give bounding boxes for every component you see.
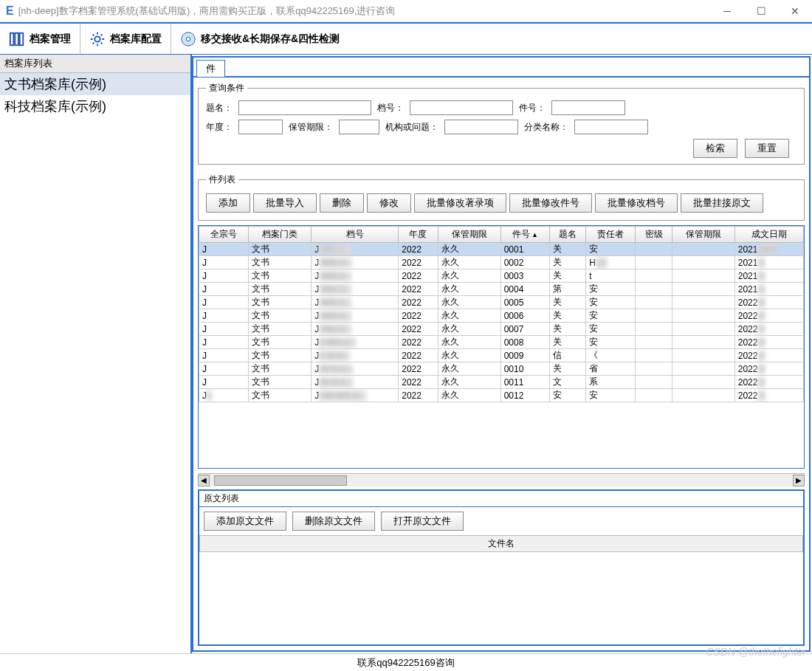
toolbar-archive-manage[interactable]: 档案管理 bbox=[0, 24, 80, 54]
table-cell bbox=[672, 362, 734, 376]
table-cell: J bbox=[199, 362, 249, 376]
input-year[interactable] bbox=[238, 120, 283, 134]
input-retention[interactable] bbox=[339, 120, 379, 134]
table-row[interactable]: J文书J19 S-2...2022永久0011文系2022 2 bbox=[199, 376, 804, 389]
sidebar-item[interactable]: 科技档案库(示例) bbox=[0, 95, 190, 117]
table-cell: J bbox=[199, 243, 249, 256]
table-cell: J bbox=[199, 336, 249, 349]
table-cell: J WS-2... bbox=[312, 256, 399, 269]
tab-item[interactable]: 件 bbox=[196, 60, 225, 77]
minimize-button[interactable]: ─ bbox=[710, 0, 744, 22]
table-cell bbox=[636, 376, 672, 389]
table-cell: 文书 bbox=[249, 336, 312, 349]
list-legend: 件列表 bbox=[206, 173, 238, 186]
input-docno[interactable] bbox=[410, 100, 513, 115]
batch-author-button[interactable]: 批量修改著录项 bbox=[414, 193, 506, 213]
table-cell: 永久 bbox=[438, 256, 500, 269]
add-original-button[interactable]: 添加原文文件 bbox=[204, 512, 286, 531]
toolbar-repo-config[interactable]: 档案库配置 bbox=[80, 24, 171, 54]
table-cell: 关 bbox=[549, 256, 585, 269]
table-cell: 2022 0 bbox=[734, 349, 803, 362]
delete-original-button[interactable]: 删除原文文件 bbox=[292, 512, 375, 531]
filename-column[interactable]: 文件名 bbox=[200, 536, 803, 552]
table-row[interactable]: J文书J1 WS-2...2022永久0008关安2022 0 bbox=[199, 336, 804, 349]
table-row[interactable]: J文书J1 /S-2...2022永久0009信《 2022 0 bbox=[199, 349, 804, 362]
list-fieldset: 件列表 添加 批量导入 删除 修改 批量修改著录项 批量修改件号 批量修改档号 … bbox=[198, 173, 805, 221]
edit-button[interactable]: 修改 bbox=[367, 193, 411, 213]
table-cell: 0008 bbox=[500, 336, 549, 349]
close-button[interactable]: ✕ bbox=[778, 0, 812, 22]
column-header[interactable]: 件号 ▲ bbox=[500, 227, 549, 243]
table-cell: 0006 bbox=[500, 309, 549, 323]
table-cell: 文书 bbox=[249, 269, 312, 283]
add-button[interactable]: 添加 bbox=[206, 193, 250, 213]
table-cell: J19 S-2... bbox=[312, 376, 399, 389]
table-row[interactable]: J文书J WS-2...2022永久0005关安2022 5 bbox=[199, 296, 804, 309]
sort-asc-icon: ▲ bbox=[530, 231, 538, 238]
sidebar: 档案库列表 文书档案库(示例)科技档案库(示例) bbox=[0, 55, 192, 653]
table-cell: J bbox=[199, 283, 249, 296]
column-header[interactable]: 成文日期 bbox=[734, 227, 803, 243]
table-cell bbox=[636, 296, 672, 309]
column-header[interactable]: 保管期限 bbox=[438, 227, 500, 243]
table-cell: J WS-2... bbox=[312, 283, 399, 296]
column-header[interactable]: 密级 bbox=[636, 227, 672, 243]
statusbar: 联系qq942225169咨询 bbox=[0, 653, 812, 671]
table-row[interactable]: J文书J WS-2...2022永久0003关t2021 1 bbox=[199, 269, 804, 283]
gear-icon bbox=[89, 31, 106, 47]
table-cell: 安 bbox=[549, 389, 585, 402]
column-header[interactable]: 责任者 bbox=[586, 227, 636, 243]
label-category: 分类名称： bbox=[524, 121, 568, 134]
table-cell bbox=[636, 389, 672, 402]
input-org[interactable] bbox=[444, 120, 518, 134]
column-header[interactable]: 题名 bbox=[549, 227, 585, 243]
table-row[interactable]: J文书J WS-2...2022永久0002关H ( )2021 1 bbox=[199, 256, 804, 269]
table-row[interactable]: J文书J19 S-2...2022永久0010关省2022 0 bbox=[199, 362, 804, 376]
scroll-thumb[interactable] bbox=[214, 475, 347, 486]
table-cell: J195-WS-2... bbox=[312, 389, 399, 402]
table-cell: J WS-2... bbox=[312, 243, 399, 256]
sidebar-item[interactable]: 文书档案库(示例) bbox=[0, 73, 190, 95]
open-original-button[interactable]: 打开原文文件 bbox=[381, 512, 464, 531]
table-row[interactable]: J文书J WS-2...2022永久0007关安2022 7 bbox=[199, 323, 804, 336]
reset-button[interactable]: 重置 bbox=[745, 139, 789, 158]
table-cell: 永久 bbox=[438, 376, 500, 389]
import-button[interactable]: 批量导入 bbox=[253, 193, 317, 213]
column-header[interactable]: 保管期限 bbox=[672, 227, 734, 243]
column-header[interactable]: 档号 bbox=[312, 227, 399, 243]
table-cell: 文书 bbox=[249, 349, 312, 362]
column-header[interactable]: 档案门类 bbox=[249, 227, 312, 243]
input-itemno[interactable] bbox=[551, 100, 625, 115]
table-cell bbox=[672, 309, 734, 323]
table-row[interactable]: J文书J WS-2...2022永久0001关安20211001 bbox=[199, 243, 804, 256]
app-icon: E bbox=[6, 4, 14, 18]
toolbar-transfer-archive[interactable]: 移交接收&长期保存&四性检测 bbox=[171, 24, 348, 54]
batch-item-button[interactable]: 批量修改件号 bbox=[509, 193, 592, 213]
table-cell: 永久 bbox=[438, 362, 500, 376]
data-table-container[interactable]: 全宗号档案门类档号年度保管期限件号 ▲题名责任者密级保管期限成文日期 J文书J … bbox=[198, 225, 805, 469]
batch-attach-button[interactable]: 批量挂接原文 bbox=[681, 193, 763, 213]
originals-table[interactable]: 文件名 bbox=[199, 535, 803, 552]
scroll-left-icon[interactable]: ◀ bbox=[198, 475, 210, 486]
table-cell: 20211001 bbox=[734, 243, 803, 256]
batch-doc-button[interactable]: 批量修改档号 bbox=[595, 193, 678, 213]
maximize-button[interactable]: ☐ bbox=[744, 0, 778, 22]
table-cell: 0011 bbox=[500, 376, 549, 389]
horizontal-scrollbar[interactable]: ◀ ▶ bbox=[198, 473, 805, 486]
search-button[interactable]: 检索 bbox=[693, 139, 737, 158]
table-cell: 安 bbox=[586, 243, 636, 256]
column-header[interactable]: 全宗号 bbox=[199, 227, 249, 243]
table-row[interactable]: J文书J WS-2...2022永久0006关安2022 5 bbox=[199, 309, 804, 323]
delete-button[interactable]: 删除 bbox=[320, 193, 364, 213]
scroll-right-icon[interactable]: ▶ bbox=[793, 475, 805, 486]
table-row[interactable]: J文书J WS-2...2022永久0004第安2021 1 bbox=[199, 283, 804, 296]
column-header[interactable]: 年度 bbox=[399, 227, 438, 243]
table-cell: 0002 bbox=[500, 256, 549, 269]
table-cell: 0007 bbox=[500, 323, 549, 336]
table-cell bbox=[672, 323, 734, 336]
table-row[interactable]: J1文书J195-WS-2...2022永久0012安安2022 3 bbox=[199, 389, 804, 402]
data-table[interactable]: 全宗号档案门类档号年度保管期限件号 ▲题名责任者密级保管期限成文日期 J文书J … bbox=[199, 226, 804, 402]
table-cell: 2022 bbox=[399, 362, 438, 376]
input-title[interactable] bbox=[238, 100, 371, 115]
input-category[interactable] bbox=[574, 120, 648, 134]
